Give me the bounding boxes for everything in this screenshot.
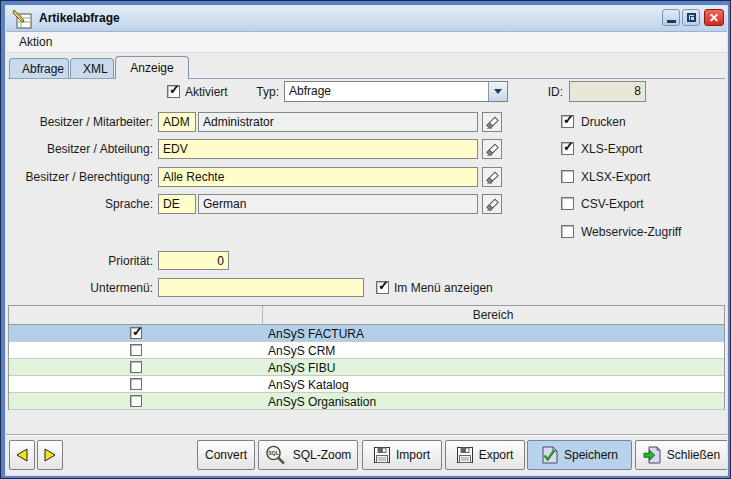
row-checkbox[interactable]: [130, 361, 142, 373]
arrow-right-icon: [42, 447, 58, 463]
sql-magnifier-icon: SQL: [265, 445, 287, 465]
sql-zoom-button[interactable]: SQL SQL-Zoom: [258, 440, 358, 470]
mitarbeiter-label: Besitzer / Mitarbeiter:: [1, 115, 153, 129]
row-checkbox[interactable]: [130, 395, 142, 407]
xls-export-checkbox[interactable]: [561, 142, 574, 155]
typ-combobox-value: Abfrage: [285, 82, 488, 101]
berechtigung-clear-button[interactable]: [482, 167, 502, 187]
berechtigung-field[interactable]: Alle Rechte: [158, 167, 478, 187]
typ-combobox[interactable]: Abfrage: [284, 81, 508, 102]
schliessen-button[interactable]: Schließen: [635, 440, 728, 470]
app-icon: [11, 8, 33, 30]
previous-record-button[interactable]: [9, 440, 35, 470]
eraser-icon: [485, 170, 500, 185]
drucken-label: Drucken: [581, 115, 626, 129]
maximize-button[interactable]: [682, 9, 700, 26]
column-header-bereich[interactable]: Bereich: [262, 308, 724, 322]
close-arrow-page-icon: [643, 446, 661, 464]
tab-anzeige[interactable]: Anzeige: [115, 56, 189, 79]
mitarbeiter-name-field: Administrator: [198, 112, 478, 132]
window-title: Artikelabfrage: [39, 11, 120, 25]
webservice-zugriff-checkbox[interactable]: [561, 225, 574, 238]
convert-button[interactable]: Convert: [197, 440, 255, 470]
menu-item-aktion[interactable]: Aktion: [19, 35, 52, 49]
sprache-clear-button[interactable]: [482, 194, 502, 214]
sql-zoom-button-label: SQL-Zoom: [293, 448, 352, 462]
row-checkbox[interactable]: [130, 378, 142, 390]
eraser-icon: [485, 142, 500, 157]
aktiviert-label: Aktiviert: [185, 85, 228, 99]
abteilung-field[interactable]: EDV: [158, 139, 478, 159]
eraser-icon: [485, 115, 500, 130]
tab-xml[interactable]: XML: [70, 58, 114, 78]
maximize-icon: [687, 13, 696, 22]
table-row-organisation[interactable]: AnSyS Organisation: [9, 393, 724, 410]
xlsx-export-checkbox[interactable]: [561, 170, 574, 183]
import-button-label: Import: [396, 448, 430, 462]
table-row-crm[interactable]: AnSyS CRM: [9, 342, 724, 359]
next-record-button[interactable]: [37, 440, 63, 470]
table-row-katalog[interactable]: AnSyS Katalog: [9, 376, 724, 393]
typ-combobox-dropdown-button[interactable]: [488, 82, 507, 101]
window-artikelabfrage: Artikelabfrage ✕ Aktion Abfrage XML Anze…: [0, 0, 731, 479]
xls-export-label: XLS-Export: [581, 142, 642, 156]
convert-button-label: Convert: [205, 448, 247, 462]
export-button[interactable]: Export: [445, 440, 525, 470]
typ-label: Typ:: [231, 85, 279, 99]
bereich-cell: AnSyS FACTURA: [268, 327, 364, 341]
row-checkbox[interactable]: [130, 344, 142, 356]
menu-bar: Aktion: [6, 32, 727, 53]
untermenue-field[interactable]: [158, 278, 364, 297]
tab-abfrage[interactable]: Abfrage: [9, 58, 69, 78]
speichern-button-label: Speichern: [564, 448, 618, 462]
mitarbeiter-clear-button[interactable]: [482, 112, 502, 132]
minimize-button[interactable]: [662, 9, 680, 26]
id-field: 8: [569, 81, 646, 102]
table-row-factura[interactable]: AnSyS FACTURA: [9, 325, 724, 342]
mitarbeiter-code-field[interactable]: ADM: [158, 112, 196, 132]
id-label: ID:: [533, 85, 563, 99]
prioritaet-label: Priorität:: [1, 254, 153, 268]
sprache-name-field: German: [198, 194, 478, 214]
save-check-page-icon: [541, 446, 558, 464]
bereich-table: Bereich AnSyS FACTURA AnSyS CRM AnSyS FI…: [8, 305, 725, 410]
titlebar[interactable]: Artikelabfrage: [6, 6, 727, 32]
webservice-zugriff-label: Webservice-Zugriff: [581, 225, 681, 239]
prioritaet-field[interactable]: 0: [158, 251, 229, 270]
xlsx-export-label: XLSX-Export: [581, 170, 650, 184]
import-button[interactable]: Import: [362, 440, 442, 470]
export-button-label: Export: [479, 448, 514, 462]
row-checkbox[interactable]: [130, 327, 142, 339]
speichern-button[interactable]: Speichern: [527, 440, 632, 470]
untermenue-label: Untermenü:: [1, 281, 153, 295]
im-menue-anzeigen-checkbox[interactable]: [376, 281, 389, 294]
arrow-left-icon: [14, 447, 30, 463]
csv-export-checkbox[interactable]: [561, 197, 574, 210]
chevron-down-icon: [494, 89, 502, 94]
table-row-fibu[interactable]: AnSyS FIBU: [9, 359, 724, 376]
close-button[interactable]: ✕: [704, 9, 724, 26]
aktiviert-checkbox[interactable]: [167, 85, 180, 98]
bereich-cell: AnSyS Katalog: [268, 378, 349, 392]
abteilung-label: Besitzer / Abteilung:: [1, 142, 153, 156]
berechtigung-label: Besitzer / Berechtigung:: [1, 170, 153, 184]
bereich-cell: AnSyS Organisation: [268, 395, 376, 409]
table-header[interactable]: Bereich: [9, 306, 724, 325]
abteilung-clear-button[interactable]: [482, 139, 502, 159]
im-menue-anzeigen-label: Im Menü anzeigen: [394, 281, 493, 295]
close-icon: ✕: [709, 11, 719, 25]
bereich-cell: AnSyS FIBU: [268, 361, 335, 375]
bereich-cell: AnSyS CRM: [268, 344, 335, 358]
eraser-icon: [485, 197, 500, 212]
floppy-disk-icon: [457, 447, 473, 463]
csv-export-label: CSV-Export: [581, 197, 644, 211]
buttonbar-divider: [6, 434, 727, 436]
sprache-code-field[interactable]: DE: [158, 194, 196, 214]
minimize-icon: [667, 20, 676, 23]
sprache-label: Sprache:: [1, 197, 153, 211]
svg-text:SQL: SQL: [268, 450, 279, 456]
drucken-checkbox[interactable]: [561, 115, 574, 128]
floppy-disk-icon: [374, 447, 390, 463]
schliessen-button-label: Schließen: [667, 448, 720, 462]
